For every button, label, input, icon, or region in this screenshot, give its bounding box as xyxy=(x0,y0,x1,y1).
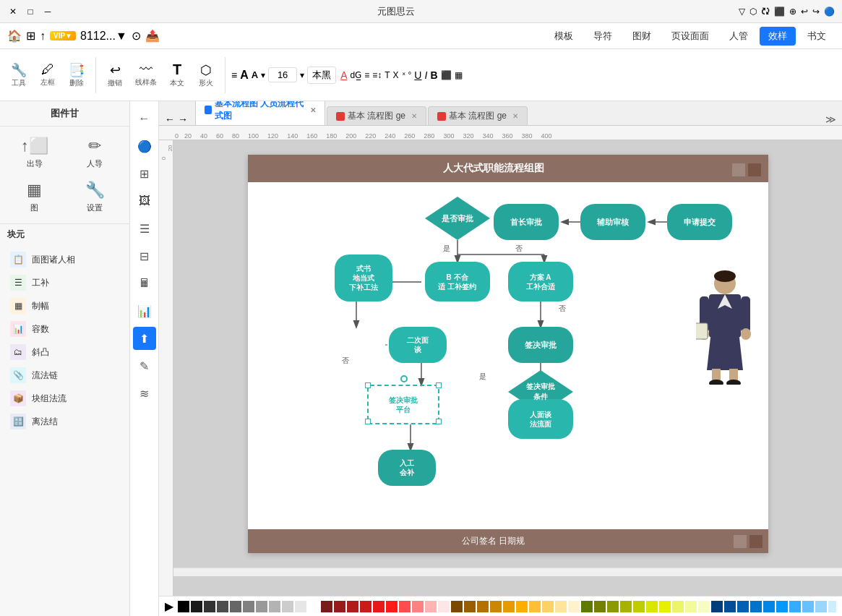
font-large-icon[interactable]: A xyxy=(240,69,249,82)
shape-union[interactable]: 入工会补 xyxy=(378,450,436,486)
color-swatch[interactable] xyxy=(737,601,749,612)
color-swatch[interactable] xyxy=(438,601,450,612)
shape-sign[interactable]: 签决审批 xyxy=(508,327,573,363)
color-swatch[interactable] xyxy=(295,601,306,612)
panel-import[interactable]: ✏ 人导 xyxy=(66,132,124,174)
tab-nav-arrows[interactable]: ← → xyxy=(165,114,188,125)
color-swatch[interactable] xyxy=(191,601,202,612)
titlebar-icon1[interactable]: ▽ xyxy=(739,7,745,17)
shape-2nd-interview[interactable]: 二次面谈 xyxy=(389,327,447,363)
titlebar-icon2[interactable]: ⬡ xyxy=(749,7,757,17)
format-u[interactable]: U xyxy=(414,69,421,81)
titlebar-undo[interactable]: ↩ xyxy=(801,7,808,17)
strip-circle[interactable]: 🔵 xyxy=(133,134,156,158)
color-swatch[interactable] xyxy=(230,601,241,612)
color-swatch[interactable] xyxy=(334,601,345,612)
color-swatch[interactable] xyxy=(217,601,228,612)
color-swatch[interactable] xyxy=(581,601,593,612)
format-x[interactable]: X xyxy=(393,70,399,80)
titlebar-redo[interactable]: ↪ xyxy=(812,7,820,17)
color-swatch[interactable] xyxy=(789,601,801,612)
color-swatch[interactable] xyxy=(464,601,476,612)
format-i[interactable]: I xyxy=(424,69,427,81)
color-swatch[interactable] xyxy=(386,601,398,612)
undo-btn[interactable]: ↩ 撤销 xyxy=(102,59,128,91)
tab-expand-icon[interactable]: ≫ xyxy=(825,114,836,125)
list-item-2[interactable]: ▦ 制幅 xyxy=(6,294,124,317)
tab-close-0[interactable]: ✕ xyxy=(310,106,316,114)
color-swatch[interactable] xyxy=(204,601,215,612)
list-item-1[interactable]: ☰ 工补 xyxy=(6,271,124,294)
strip-expand[interactable]: ≋ xyxy=(133,382,156,405)
titlebar-icon5[interactable]: ⊕ xyxy=(789,7,796,17)
font-size-input[interactable]: 16 xyxy=(268,67,297,82)
color-swatch[interactable] xyxy=(178,601,189,612)
strip-auto[interactable]: ⊟ xyxy=(133,244,156,268)
close-btn[interactable]: ✕ xyxy=(7,6,19,17)
menu-page[interactable]: 页设面面 xyxy=(663,27,718,46)
color-swatch[interactable] xyxy=(243,601,254,612)
color-swatch[interactable] xyxy=(477,601,489,612)
left-frame-btn[interactable]: 🖊 左框 xyxy=(35,59,61,90)
color-swatch[interactable] xyxy=(568,601,580,612)
palette-more[interactable]: ▶ xyxy=(165,599,173,613)
strip-image[interactable]: 🖼 xyxy=(133,189,156,213)
color-swatch[interactable] xyxy=(672,601,684,612)
strip-calc[interactable]: 🖩 xyxy=(133,272,156,295)
color-swatch[interactable] xyxy=(659,601,671,612)
strip-edit[interactable]: ✎ xyxy=(133,354,156,377)
color-swatch[interactable] xyxy=(724,601,736,612)
menu-effect[interactable]: 效样 xyxy=(760,27,796,46)
color-swatch[interactable] xyxy=(451,601,463,612)
color-swatch[interactable] xyxy=(282,601,293,612)
list-item-5[interactable]: 📎 流法链 xyxy=(6,364,124,387)
format-a[interactable]: A xyxy=(340,69,347,81)
strip-layer[interactable]: ☰ xyxy=(133,217,156,240)
strip-active[interactable]: ⬆ xyxy=(133,327,156,350)
color-swatch[interactable] xyxy=(763,601,775,612)
menu-share[interactable]: ↑ xyxy=(40,30,46,43)
tab-forward[interactable]: → xyxy=(178,114,188,125)
shape-interview[interactable]: 人面谈法流面 xyxy=(508,399,573,439)
color-swatch[interactable] xyxy=(425,601,437,612)
panel-export[interactable]: ↑⬜ 出导 xyxy=(6,132,64,174)
shape-submit[interactable]: 申请提交 xyxy=(667,204,732,240)
font-small-icon[interactable]: A xyxy=(252,69,258,80)
color-swatch[interactable] xyxy=(490,601,502,612)
color-swatch[interactable] xyxy=(594,601,606,612)
font-size-arrows[interactable]: ▾ xyxy=(300,70,304,80)
color-swatch[interactable] xyxy=(269,601,280,612)
menu-export[interactable]: ⊙ xyxy=(132,29,141,43)
tab-1[interactable]: 基本 流程图 ge ✕ xyxy=(327,106,426,125)
menu-template[interactable]: 模板 xyxy=(546,27,582,46)
titlebar-icon4[interactable]: ⬛ xyxy=(774,7,785,17)
color-swatch[interactable] xyxy=(347,601,358,612)
maximize-btn[interactable]: □ xyxy=(25,6,36,17)
format-spacing[interactable]: ≡↕ xyxy=(372,70,382,80)
color-swatch[interactable] xyxy=(698,601,710,612)
panel-settings[interactable]: 🔧 设置 xyxy=(66,176,124,218)
color-swatch[interactable] xyxy=(776,601,788,612)
format-dg[interactable]: dG̲ xyxy=(350,70,361,80)
tab-close-1[interactable]: ✕ xyxy=(411,112,417,120)
align-left-icon[interactable]: ≡ xyxy=(231,69,237,81)
shape-assist[interactable]: 辅助审核 xyxy=(580,204,645,240)
color-swatch[interactable] xyxy=(529,601,541,612)
format-super[interactable]: ˣ xyxy=(402,70,405,80)
list-item-4[interactable]: 🗂 斜凸 xyxy=(6,341,124,364)
menu-text[interactable]: 书文 xyxy=(799,27,835,46)
color-swatch[interactable] xyxy=(685,601,697,612)
color-swatch[interactable] xyxy=(412,601,424,612)
panel-chart[interactable]: ▦ 图 xyxy=(6,176,64,218)
list-item-7[interactable]: 🔠 离法结 xyxy=(6,410,124,433)
tab-more[interactable]: ≫ xyxy=(825,114,836,125)
color-swatch[interactable] xyxy=(646,601,658,612)
minimize-btn[interactable]: ─ xyxy=(42,6,53,17)
color-swatch[interactable] xyxy=(542,601,554,612)
window-controls[interactable]: ✕ □ ─ xyxy=(7,6,53,17)
color-swatch[interactable] xyxy=(555,601,567,612)
shape-local[interactable]: 式书地当式下补工法 xyxy=(335,254,392,301)
color-swatch[interactable] xyxy=(360,601,371,612)
menu-home[interactable]: 🏠 xyxy=(7,29,22,43)
color-swatch[interactable] xyxy=(633,601,645,612)
